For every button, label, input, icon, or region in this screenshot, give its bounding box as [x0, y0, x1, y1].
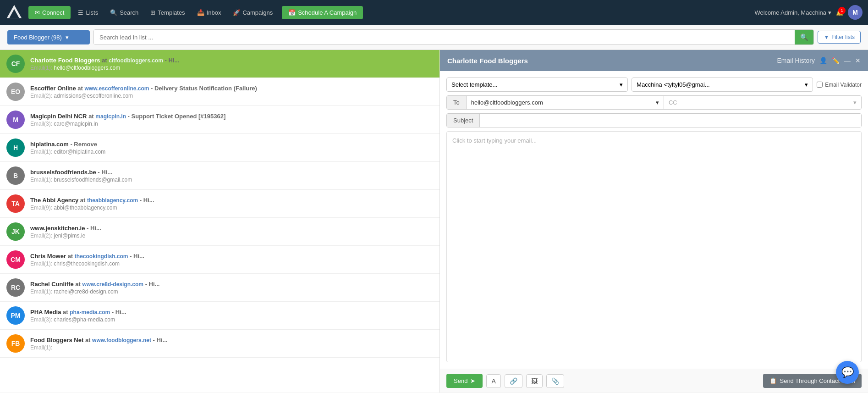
schedule-icon: 📅 — [288, 9, 296, 16]
user-avatar[interactable]: M — [848, 5, 863, 20]
contact-info: hiplatina.com - RemoveEmail(1): editor@h… — [30, 141, 433, 155]
contact-name: Rachel Cunliffe at www.cre8d-design.com … — [30, 281, 433, 288]
cc-field[interactable]: CC ▾ — [664, 96, 861, 109]
contact-info: Food Bloggers Net at www.foodbloggers.ne… — [30, 337, 433, 351]
contact-item[interactable]: Bbrusselsfoodfriends.be - Hi...Email(1):… — [0, 162, 439, 190]
attachment-button[interactable]: 📎 — [546, 374, 564, 388]
email-panel: Charlotte Food Bloggers Email History 👤 … — [440, 50, 868, 393]
nav-inbox[interactable]: 📥 Inbox — [192, 6, 226, 20]
email-panel-title: Charlotte Food Bloggers — [447, 57, 528, 65]
avatar-initial: M — [13, 116, 18, 123]
email-validator-checkbox[interactable] — [817, 82, 823, 88]
avatar-initial: PM — [11, 312, 21, 319]
body-placeholder: Click to start typing your email... — [452, 137, 537, 144]
contact-item[interactable]: RCRachel Cunliffe at www.cre8d-design.co… — [0, 274, 439, 302]
search-button[interactable]: 🔍 — [795, 30, 813, 44]
contact-item[interactable]: Hhiplatina.com - RemoveEmail(1): editor@… — [0, 134, 439, 162]
image-button[interactable]: 🖼 — [526, 374, 543, 388]
chat-bubble[interactable]: 💬 — [836, 361, 859, 384]
contact-info: brusselsfoodfriends.be - Hi...Email(1): … — [30, 169, 433, 183]
contact-name: www.jenskitchen.ie - Hi... — [30, 225, 433, 232]
envelope-icon: ✉ — [35, 9, 40, 16]
contact-name: Chris Mower at thecookingdish.com - Hi..… — [30, 253, 433, 260]
logo[interactable] — [5, 4, 23, 21]
link-button[interactable]: 🔗 — [505, 374, 522, 388]
contact-name: The Abbi Agency at theabbiagency.com - H… — [30, 197, 433, 204]
nav-search[interactable]: 🔍 Search — [105, 6, 143, 20]
nav-right: Welcome Admin, Macchina ▾ 🔔 1 M — [754, 5, 863, 20]
contact-domain: theabbiagency.com — [87, 197, 138, 204]
contact-email: Email(1): chris@thecookingdish.com — [30, 260, 433, 267]
contact-item[interactable]: PMPHA Media at pha-media.com - Hi...Emai… — [0, 302, 439, 330]
minimize-icon[interactable]: — — [844, 57, 851, 64]
to-cc-row: To hello@cltfoodbloggers.com ▾ CC ▾ — [446, 95, 862, 110]
form-icon: 📋 — [769, 377, 777, 384]
contact-avatar: M — [6, 111, 25, 129]
chevron-down-icon: ▾ — [66, 34, 69, 41]
chevron-down-icon: ▾ — [656, 99, 659, 106]
avatar-initial: RC — [11, 284, 20, 291]
contact-name: hiplatina.com - Remove — [30, 141, 433, 148]
subject-row: Subject — [446, 113, 862, 127]
contact-name: Escoffier Online at www.escofferonline.c… — [30, 85, 433, 92]
nav-lists[interactable]: ☰ Lists — [73, 6, 103, 20]
user-icon[interactable]: 👤 — [819, 57, 827, 64]
contact-email: Email(1): — [30, 344, 433, 351]
contact-email: Email(1): brusselsfoodfriends@gmail.com — [30, 177, 433, 183]
welcome-text[interactable]: Welcome Admin, Macchina ▾ — [754, 9, 831, 16]
font-button[interactable]: A — [486, 374, 500, 388]
sender-select[interactable]: Macchina <tyltyl05@gmai... ▾ — [632, 77, 813, 92]
to-label: To — [447, 96, 467, 109]
contact-info: Rachel Cunliffe at www.cre8d-design.com … — [30, 281, 433, 295]
send-icon: ➤ — [470, 377, 475, 384]
avatar-initial: FB — [11, 340, 20, 347]
email-row-top: Select template... ▾ Macchina <tyltyl05@… — [446, 77, 862, 92]
contact-item[interactable]: FBFood Bloggers Net at www.foodbloggers.… — [0, 330, 439, 358]
contact-name: Food Bloggers Net at www.foodbloggers.ne… — [30, 337, 433, 343]
close-icon[interactable]: ✕ — [855, 57, 861, 64]
contact-item[interactable]: TAThe Abbi Agency at theabbiagency.com -… — [0, 190, 439, 218]
chevron-down-icon: ▾ — [620, 81, 623, 88]
avatar-initial: B — [13, 172, 18, 179]
email-panel-header: Charlotte Food Bloggers Email History 👤 … — [440, 50, 868, 71]
contact-domain: www.escofferonline.com — [85, 85, 149, 92]
template-select[interactable]: Select template... ▾ — [446, 77, 628, 92]
send-button[interactable]: Send ➤ — [446, 374, 483, 388]
list-icon: ☰ — [78, 9, 83, 16]
to-email-field[interactable]: hello@cltfoodbloggers.com ▾ — [467, 96, 664, 109]
contact-item[interactable]: JKwww.jenskitchen.ie - Hi...Email(2): je… — [0, 218, 439, 246]
email-history-label[interactable]: Email History — [777, 57, 815, 64]
chevron-down-icon: ▾ — [853, 99, 857, 106]
schedule-button[interactable]: 📅 Schedule A Campaign — [282, 6, 363, 19]
attachment-icon: 📎 — [551, 377, 559, 385]
nav-templates[interactable]: ⊞ Templates — [146, 6, 189, 20]
contact-avatar: RC — [6, 278, 25, 297]
edit-icon[interactable]: ✏️ — [832, 57, 840, 64]
contact-name: brusselsfoodfriends.be - Hi... — [30, 169, 433, 176]
campaigns-icon: 🚀 — [233, 9, 240, 16]
contact-avatar: CM — [6, 250, 25, 269]
filter-button[interactable]: ▼ Filter lists — [818, 31, 861, 44]
contact-avatar: TA — [6, 194, 25, 213]
contact-item[interactable]: MMagicpin Delhi NCR at magicpin.in - Sup… — [0, 106, 439, 134]
contact-info: www.jenskitchen.ie - Hi...Email(2): jeni… — [30, 225, 433, 239]
contact-domain: magicpin.in — [95, 113, 126, 120]
navigation: ✉ Connect ☰ Lists 🔍 Search ⊞ Templates 📥… — [0, 0, 868, 25]
notifications-bell[interactable]: 🔔 1 — [836, 9, 843, 16]
search-input[interactable] — [94, 30, 795, 44]
contact-item[interactable]: CFCharlotte Food Bloggers at cltfoodblog… — [0, 50, 439, 78]
nav-campaigns[interactable]: 🚀 Campaigns — [228, 6, 277, 20]
email-body[interactable]: Click to start typing your email... — [446, 131, 862, 362]
layers-icon: ⊞ — [150, 9, 155, 16]
search-icon: 🔍 — [110, 9, 117, 16]
contact-avatar: PM — [6, 306, 25, 325]
contact-item[interactable]: CMChris Mower at thecookingdish.com - Hi… — [0, 246, 439, 274]
notification-badge: 1 — [838, 7, 846, 14]
contact-item[interactable]: EOEscoffier Online at www.escofferonline… — [0, 78, 439, 106]
contact-avatar: EO — [6, 83, 25, 101]
contact-avatar: H — [6, 138, 25, 157]
list-dropdown[interactable]: Food Blogger (98) ▾ — [7, 30, 90, 44]
connect-button[interactable]: ✉ Connect — [28, 6, 71, 19]
subject-input[interactable] — [480, 114, 861, 127]
contact-list: CFCharlotte Food Bloggers at cltfoodblog… — [0, 50, 440, 393]
